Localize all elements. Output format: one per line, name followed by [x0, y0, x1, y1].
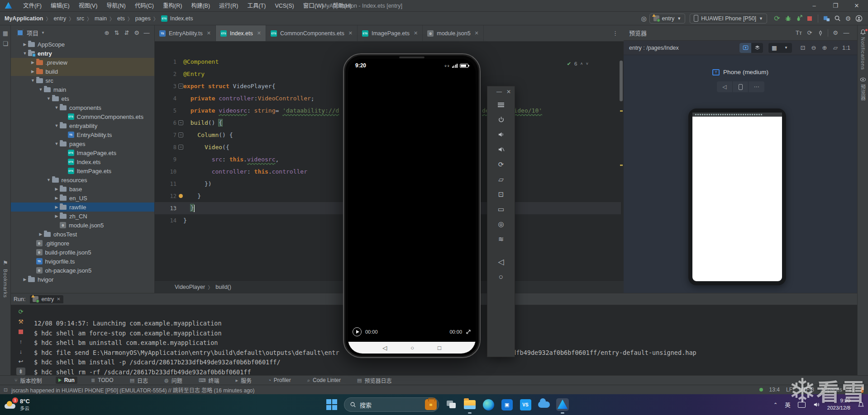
line-ending[interactable]: LF	[786, 387, 792, 393]
tree-item-hvigor[interactable]: ▶hvigor	[11, 275, 154, 284]
tree-toggle-icon[interactable]: ▶	[53, 214, 60, 218]
tree-item-appscope[interactable]: ▶AppScope	[11, 40, 154, 49]
project-panel-title[interactable]: 项目	[27, 28, 38, 37]
toolwindow-button-问题[interactable]: ◍问题	[162, 376, 185, 385]
breadcrumb-item[interactable]: ets	[117, 15, 125, 22]
start-button[interactable]	[325, 398, 338, 411]
previewer-eye-icon[interactable]	[858, 76, 868, 83]
bookmarks-tab[interactable]: Bookmarks	[3, 269, 8, 298]
locate-file-icon[interactable]: ⊕	[102, 29, 112, 36]
tree-toggle-icon[interactable]: ▼	[46, 178, 52, 182]
phone-preview-mockup[interactable]	[688, 108, 786, 285]
breadcrumb-item[interactable]: main	[95, 15, 107, 22]
wifi-icon[interactable]: ≋	[487, 231, 515, 246]
menu-item[interactable]: 编辑(E)	[46, 0, 74, 12]
grid-view-selector[interactable]: ▦ ▼	[768, 43, 792, 53]
build-and-restart-icon[interactable]: ⚒	[16, 318, 25, 325]
tree-item-build[interactable]: ▶build	[11, 67, 154, 76]
back-icon[interactable]: ◁	[487, 255, 515, 269]
device-orientation-button[interactable]	[733, 81, 749, 92]
tree-item-pages[interactable]: ▼pages	[11, 139, 154, 148]
taskbar-clock[interactable]: 9:20 2023/12/8	[827, 397, 850, 411]
tree-item-main[interactable]: ▼main	[11, 85, 154, 94]
zoom-out-icon[interactable]: ⊖	[808, 44, 819, 51]
tab-options-icon[interactable]: ⋮	[612, 25, 624, 41]
close-tab-icon[interactable]: ✕	[475, 30, 479, 36]
tree-toggle-icon[interactable]: ▶	[53, 196, 60, 200]
tree-item-oh-package-json5[interactable]: {}oh-package.json5	[11, 266, 154, 275]
run-tab-entry[interactable]: entry ✕	[30, 295, 63, 303]
breadcrumb[interactable]: MyApplication〉entry〉src〉main〉ets〉pages〉	[0, 15, 161, 22]
toolwindow-button-code-linter[interactable]: ⌕Code Linter	[305, 377, 343, 384]
input-language[interactable]: 英	[785, 401, 791, 409]
home-icon[interactable]: ○	[487, 269, 515, 284]
rotate-device-button[interactable]: ◁	[717, 81, 733, 92]
task-view-button[interactable]	[445, 398, 458, 411]
fold-toggle-icon[interactable]: −	[178, 84, 183, 89]
menu-item[interactable]: 导航(N)	[102, 0, 130, 12]
maximize-button[interactable]: ❐	[828, 0, 843, 12]
inspect-toggle[interactable]	[739, 43, 763, 53]
zoom-in-icon[interactable]: ⊕	[819, 44, 830, 51]
search-everywhere-icon[interactable]	[832, 15, 843, 22]
weather-widget[interactable]: 1 8°C 多云	[5, 398, 30, 411]
tree-item-index-ets[interactable]: ETSIndex.ets	[11, 157, 154, 166]
toolwindow-button-终端[interactable]: ⌨终端	[196, 376, 222, 385]
stop-button[interactable]	[804, 15, 815, 22]
next-occurrence-icon[interactable]: ↓	[16, 348, 25, 355]
tree-item-components[interactable]: ▼components	[11, 103, 154, 112]
tree-toggle-icon[interactable]: ▼	[53, 141, 60, 146]
display-icon[interactable]	[798, 402, 806, 408]
nav-back-icon[interactable]: ◁	[382, 344, 387, 351]
menu-item[interactable]: 视图(V)	[74, 0, 102, 12]
toolwindow-button-日志[interactable]: ▤日志	[127, 376, 151, 385]
tree-item--gitignore[interactable]: {}.gitignore	[11, 239, 154, 248]
rerun-button[interactable]: ⟳	[16, 308, 25, 316]
notifications-icon[interactable]	[849, 387, 854, 393]
bookmark-icon[interactable]: ⚑	[0, 259, 11, 266]
store-app-icon[interactable]: ▣	[501, 398, 513, 411]
status-panel-icon[interactable]: ⊡	[4, 387, 8, 393]
video-controls[interactable]: 00:00 00:00	[348, 325, 476, 338]
toolwindow-button-profiler[interactable]: ◔Profiler	[265, 377, 294, 384]
file-explorer-icon[interactable]	[463, 398, 476, 411]
cloud-app-icon[interactable]	[538, 398, 550, 411]
debug-button[interactable]	[782, 15, 793, 22]
toolwindow-button-run[interactable]: Run	[56, 377, 77, 384]
ide-settings-gear-icon[interactable]: ⚙	[843, 15, 854, 22]
tree-item-ets[interactable]: ▼ets	[11, 94, 154, 103]
breadcrumb-item[interactable]: MyApplication	[5, 15, 43, 22]
close-tab-icon[interactable]: ✕	[257, 30, 261, 36]
editor-tab-imagepage-ets[interactable]: ETSImagePage.ets✕	[358, 25, 423, 41]
tray-notifications-bell-icon[interactable]	[858, 401, 864, 408]
tree-item-module-json5[interactable]: {}module.json5	[11, 221, 154, 230]
play-button[interactable]	[353, 327, 362, 336]
fit-to-window-icon[interactable]: ▱	[830, 44, 841, 51]
scroll-to-end-icon[interactable]: ⇟	[16, 368, 25, 375]
tree-item-itempage-ets[interactable]: ETSItemPage.ets	[11, 166, 154, 175]
attach-debugger-button[interactable]	[793, 15, 804, 22]
fullscreen-icon[interactable]	[466, 329, 471, 335]
breadcrumb-item[interactable]: src	[76, 15, 84, 22]
crop-icon[interactable]: ⊡	[487, 187, 515, 202]
refresh-icon[interactable]: ⟳	[804, 29, 815, 36]
volume-icon[interactable]	[813, 401, 820, 408]
card-icon[interactable]: ▭	[487, 202, 515, 217]
tree-item-en-us[interactable]: ▶en_US	[11, 193, 154, 203]
close-tab-icon[interactable]: ✕	[207, 30, 211, 36]
tree-item-imagepage-ets[interactable]: ETSImagePage.ets	[11, 148, 154, 157]
prev-occurrence-icon[interactable]: ↑	[16, 338, 25, 345]
gutter-marker-icon[interactable]	[179, 194, 183, 198]
vscode-icon[interactable]: VS	[519, 398, 532, 411]
project-stripe-icon[interactable]: ▦	[0, 30, 11, 37]
emulator-screen[interactable]: 9:20 ‹·› 00:00 00:00 ◁ ○ □	[348, 59, 476, 354]
tree-toggle-icon[interactable]: ▼	[53, 123, 60, 128]
previewer-settings-gear-icon[interactable]: ⚙	[830, 29, 841, 36]
menu-item[interactable]: 文件(F)	[19, 0, 46, 12]
settings-sync-icon[interactable]: ◎	[639, 15, 649, 22]
editor-tab-module-json5[interactable]: {}module.json5✕	[423, 25, 484, 41]
tree-toggle-icon[interactable]: ▼	[30, 78, 36, 83]
soft-wrap-icon[interactable]: ↩	[16, 358, 25, 365]
tree-item-entryability-ts[interactable]: TSEntryAbility.ts	[11, 130, 154, 139]
tree-item-ohostest[interactable]: ▶ohosTest	[11, 230, 154, 239]
